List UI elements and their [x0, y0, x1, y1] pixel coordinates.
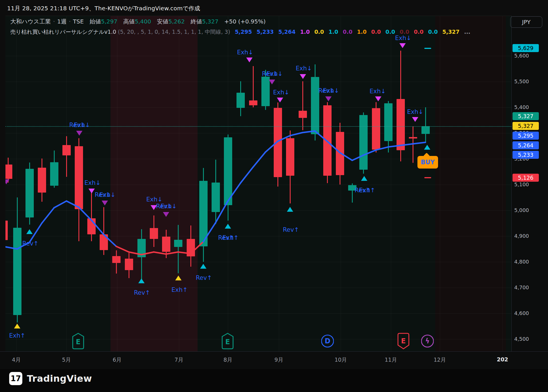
ma-line-segment	[216, 201, 228, 223]
time-tick-label: 8月	[223, 356, 232, 364]
time-tick-label: 9月	[274, 356, 283, 364]
price-value-badge: 5,327	[512, 122, 539, 130]
chart-pane[interactable]: Rev↓Exh↓Exh↑Rev↑Rev↓Exh↓Exh↓Rev↓Exh↓Rev↑…	[5, 16, 511, 352]
time-tick-label: 10月	[334, 356, 347, 364]
earnings-down-tag-icon[interactable]: E	[397, 333, 410, 351]
signal-label: Exh↓	[267, 70, 283, 77]
time-tick-label: 4月	[12, 356, 21, 364]
signal-up-triangle-icon	[138, 278, 145, 283]
signal-down-triangle-icon	[300, 74, 306, 79]
signal-label: Exh↓	[407, 108, 423, 115]
ma-line-segment	[91, 220, 104, 234]
flash-circle-icon[interactable]: ϟ	[421, 333, 434, 351]
high-label: 高値	[123, 18, 135, 25]
currency-toggle-button[interactable]: JPY	[510, 16, 542, 28]
low-label: 安値	[157, 18, 168, 25]
open-value: 5,297	[101, 18, 117, 25]
signal-up-triangle-icon	[200, 264, 206, 269]
signal-label: Exh↓	[370, 88, 386, 95]
symbol-exchange: TSE	[73, 18, 84, 25]
indicator-value: 5,233	[257, 29, 274, 35]
price-tick-label: 5,500	[514, 78, 529, 84]
signal-label: Rev↑	[134, 289, 150, 296]
ma-line-segment	[363, 150, 376, 155]
ma-line-segment	[141, 252, 154, 255]
separator-dot: ·	[67, 18, 73, 25]
signal-label: Exh↓	[84, 179, 101, 186]
symbol-timeframe: 1週	[57, 18, 67, 25]
signal-down-triangle-icon	[246, 58, 253, 62]
signal-label: Exh↓	[146, 196, 163, 203]
time-scale[interactable]: 4月5月6月7月8月9月10月11月12月202	[0, 351, 548, 369]
price-tick-label: 4,800	[514, 259, 529, 265]
svg-text:E: E	[76, 338, 80, 346]
ma-line-segment	[265, 141, 278, 152]
signal-up-triangle-icon	[225, 224, 231, 229]
ma-line	[5, 16, 511, 352]
signal-label: Exh↑	[9, 332, 25, 339]
earnings-up-tag-icon[interactable]: E	[72, 333, 84, 351]
price-value-badge: 5,629	[512, 44, 539, 52]
price-scale[interactable]: 5,6005,5005,4005,3005,2005,1005,0004,900…	[511, 16, 548, 351]
change-value: +50 (+0.95%)	[224, 18, 265, 25]
ma-line-segment	[154, 252, 166, 254]
tradingview-logo-icon: 17	[9, 372, 22, 385]
signal-label: Rev↑	[22, 240, 39, 247]
indicator-value: 5,295	[235, 29, 252, 35]
ma-line-segment	[278, 136, 290, 141]
ma-line-segment	[228, 183, 241, 201]
indicator-value: 0.0	[400, 29, 409, 35]
indicator-value: 0.0	[371, 29, 381, 35]
indicator-value: 5,327	[442, 29, 460, 35]
svg-text:E: E	[225, 338, 230, 346]
indicator-value: ...	[464, 29, 470, 35]
signal-label: Exh↑	[172, 286, 188, 293]
indicator-level-dash	[424, 177, 431, 178]
tradingview-logo[interactable]: 17 TradingView	[9, 372, 92, 385]
price-tick-label: 4,500	[514, 336, 529, 342]
signal-up-triangle-icon	[14, 324, 20, 328]
signal-label: Exh↓	[237, 49, 253, 56]
ma-line-segment	[54, 201, 66, 208]
earnings-up-tag-icon[interactable]: E	[221, 333, 234, 351]
separator-dot: ·	[51, 18, 57, 25]
indicator-value: 0.0	[385, 29, 395, 35]
signal-down-triangle-icon	[269, 80, 275, 84]
dividend-circle-icon[interactable]: D	[321, 333, 334, 351]
symbol-legend-row[interactable]: 大和ハウス工業·1週·TSE 始値5,297 高値5,400 安値5,262 終…	[10, 18, 266, 25]
ma-line-segment	[290, 132, 303, 136]
time-tick-label: 202	[497, 356, 508, 363]
ma-line-segment	[129, 252, 141, 255]
price-tick-label: 4,600	[514, 310, 529, 316]
signal-label: Exh↑	[359, 187, 375, 194]
ma-line-segment	[352, 155, 363, 160]
signal-up-triangle-icon	[287, 207, 293, 212]
ma-line-segment	[116, 246, 129, 252]
indicator-legend-row[interactable]: 売り枯れ買い枯れリバーサルシグナルv1.0(5, 20, , 5, 1, 0, …	[10, 28, 470, 36]
ma-line-segment	[413, 142, 425, 144]
ma-line-segment	[241, 167, 253, 183]
price-value-badge: 5,295	[512, 132, 539, 140]
ma-line-segment	[66, 201, 79, 207]
ma-line-segment	[315, 131, 327, 141]
signal-down-triangle-icon	[375, 96, 381, 101]
ma-line-segment	[303, 131, 315, 132]
ma-line-segment	[388, 145, 401, 147]
signal-label: Exh↓	[99, 191, 116, 198]
signal-label: Exh↓	[161, 203, 177, 210]
indicator-value: 0.0	[314, 29, 324, 35]
price-tick-label: 5,100	[514, 181, 529, 187]
time-tick-label: 11月	[385, 356, 397, 364]
signal-down-triangle-icon	[88, 189, 95, 193]
signal-down-triangle-icon	[102, 201, 108, 205]
tradingview-screenshot: 11月 28, 2025 21:18 UTC+9、The-KENVOがTradi…	[0, 0, 548, 392]
indicator-value: 0.0	[414, 29, 424, 35]
price-value-badge: 5,233	[512, 151, 539, 159]
signal-down-triangle-icon	[325, 96, 332, 101]
ma-line-segment	[203, 223, 216, 242]
price-value-badge: 5,126	[512, 174, 539, 182]
ma-line-segment	[401, 144, 413, 145]
symbol-name: 大和ハウス工業	[10, 18, 51, 25]
close-value: 5,327	[202, 18, 218, 25]
signal-label: Exh↓	[273, 89, 289, 96]
